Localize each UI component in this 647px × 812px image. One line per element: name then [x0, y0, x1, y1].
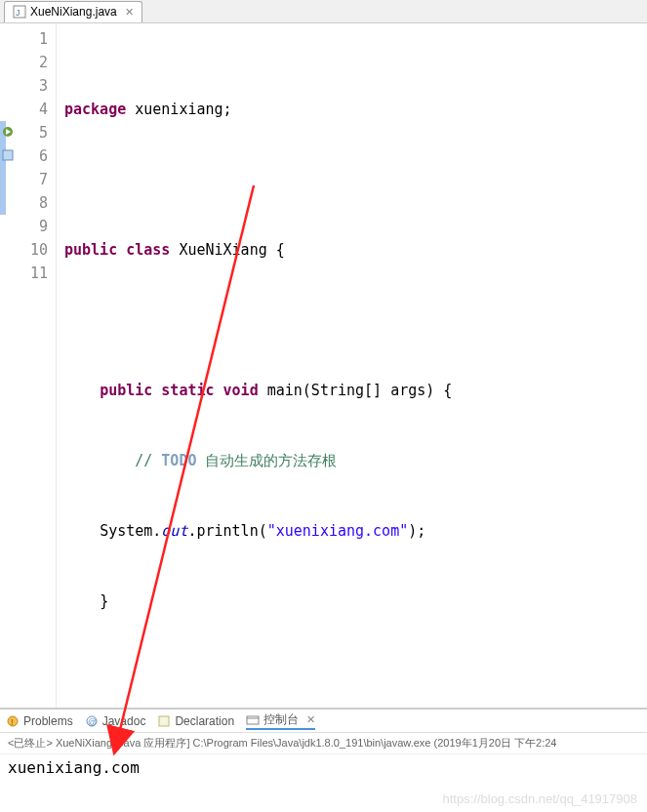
svg-rect-4 — [3, 150, 13, 160]
bottom-tab-bar: ! Problems @ Javadoc Declaration 控制台 ✕ — [0, 710, 647, 733]
watermark: https://blog.csdn.net/qq_41917908 — [443, 792, 638, 806]
svg-text:!: ! — [11, 717, 14, 727]
code-line: // TODO 自动生成的方法存根 — [64, 449, 647, 472]
java-file-icon: J — [13, 5, 26, 19]
tab-filename: XueNiXiang.java — [30, 5, 117, 19]
line-number: 10 — [0, 238, 48, 262]
console-icon — [246, 713, 260, 727]
todo-marker-icon — [2, 144, 14, 156]
line-number: 6 — [0, 144, 48, 168]
line-gutter: 1 2 3 4 5 6 7 8 9 10 11 — [0, 23, 57, 708]
code-line — [64, 660, 647, 683]
line-number: 11 — [0, 262, 48, 285]
close-icon[interactable]: ✕ — [306, 713, 315, 726]
editor-tab-bar: J XueNiXiang.java ✕ — [0, 0, 647, 23]
code-line — [64, 308, 647, 332]
tab-javadoc[interactable]: @ Javadoc — [85, 714, 146, 728]
line-number: 9 — [0, 215, 48, 238]
close-icon[interactable]: ✕ — [125, 6, 134, 19]
run-marker-icon — [2, 121, 14, 133]
problems-icon: ! — [6, 714, 20, 728]
line-number: 7 — [0, 168, 48, 191]
svg-rect-11 — [159, 716, 169, 726]
svg-text:J: J — [16, 8, 20, 18]
code-area[interactable]: package xuenixiang; public class XueNiXi… — [57, 23, 647, 708]
tab-console[interactable]: 控制台 ✕ — [246, 711, 315, 730]
bottom-panel: ! Problems @ Javadoc Declaration 控制台 ✕ <… — [0, 709, 647, 781]
code-line: public static void main(String[] args) { — [64, 379, 647, 402]
line-number: 8 — [0, 191, 48, 215]
code-line: package xuenixiang; — [64, 98, 647, 121]
code-line: } — [64, 589, 647, 613]
javadoc-icon: @ — [85, 714, 99, 728]
code-line — [64, 168, 647, 191]
svg-rect-12 — [247, 716, 259, 724]
editor-area: 1 2 3 4 5 6 7 8 9 10 11 package xuenixia… — [0, 23, 647, 709]
tab-declaration[interactable]: Declaration — [157, 714, 234, 728]
console-output: xuenixiang.com — [0, 754, 647, 781]
line-number: 3 — [0, 74, 48, 98]
current-line-highlight — [57, 262, 647, 285]
code-line: public class XueNiXiang { — [64, 238, 647, 262]
console-status: <已终止> XueNiXiang [Java 应用程序] C:\Program … — [0, 733, 647, 754]
line-number: 5 — [0, 121, 48, 144]
file-tab[interactable]: J XueNiXiang.java ✕ — [4, 1, 142, 22]
line-number: 4 — [0, 98, 48, 121]
code-line: System.out.println("xuenixiang.com"); — [64, 519, 647, 543]
svg-text:@: @ — [88, 717, 97, 727]
tab-problems[interactable]: ! Problems — [6, 714, 73, 728]
line-number: 1 — [0, 27, 48, 51]
line-number: 2 — [0, 51, 48, 74]
declaration-icon — [157, 714, 171, 728]
